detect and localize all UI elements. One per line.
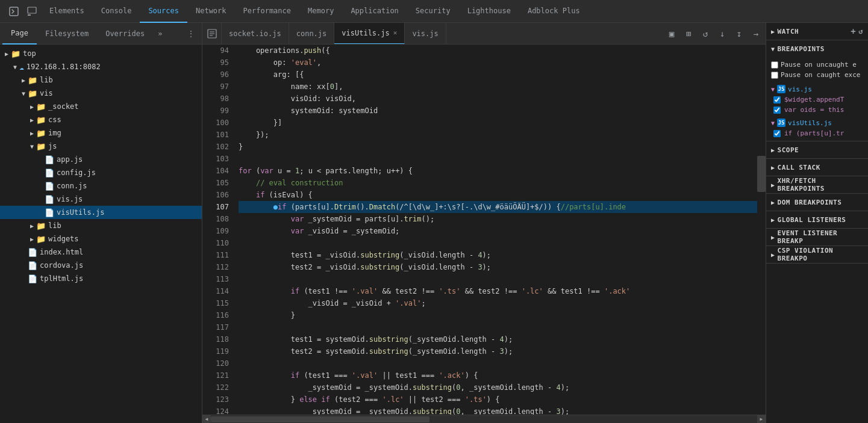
line-number-120[interactable]: 120: [202, 357, 229, 369]
refresh-btn[interactable]: ↺: [698, 26, 713, 41]
code-editor[interactable]: 9495969798991001011021031041051061071081…: [202, 45, 766, 415]
line-number-94[interactable]: 94: [202, 45, 229, 57]
tree-item-widgets[interactable]: ▶ 📁 widgets: [0, 232, 202, 245]
hscroll-track[interactable]: [211, 416, 757, 422]
callstack-header[interactable]: ▶ Call Stack: [766, 159, 868, 176]
line-number-113[interactable]: 113: [202, 273, 229, 285]
tab-security[interactable]: Security: [407, 0, 459, 23]
tab-adblock[interactable]: Adblock Plus: [519, 0, 589, 23]
vertical-scrollbar[interactable]: [757, 45, 766, 415]
bp-caught-checkbox[interactable]: [771, 72, 778, 79]
close-tab-visutils[interactable]: ✕: [393, 29, 398, 37]
file-tab-conn[interactable]: conn.js: [289, 23, 335, 45]
line-number-102[interactable]: 102: [202, 141, 229, 153]
tree-item-indexhtml[interactable]: ▶ 📄 index.html: [0, 245, 202, 259]
tab-sources[interactable]: Sources: [140, 0, 187, 23]
line-number-109[interactable]: 109: [202, 225, 229, 237]
hscroll-left-btn[interactable]: ◀: [202, 415, 211, 424]
tab-page[interactable]: Page: [2, 23, 37, 45]
sub-tab-menu-button[interactable]: ⋮: [183, 29, 199, 38]
tree-item-vis[interactable]: ▼ 📁 vis: [0, 87, 202, 100]
tree-item-img[interactable]: ▶ 📁 img: [0, 126, 202, 140]
tab-network[interactable]: Network: [187, 0, 235, 23]
tree-item-visjs[interactable]: ▶ 📄 vis.js: [0, 193, 202, 206]
code-line-109[interactable]: var _visOid = _systemOid;: [239, 225, 757, 237]
code-line-99[interactable]: systemOid: systemOid: [239, 105, 757, 117]
code-line-110[interactable]: [239, 237, 757, 249]
line-number-111[interactable]: 111: [202, 249, 229, 261]
file-tab-socketio[interactable]: socket.io.js: [222, 23, 289, 45]
tree-item-appjs[interactable]: ▶ 📄 app.js: [0, 153, 202, 166]
code-line-112[interactable]: test2 = _visOid.substring(_visOid.length…: [239, 261, 757, 273]
global-header[interactable]: ▶ Global Listeners: [766, 211, 868, 228]
code-line-97[interactable]: name: xx[0],: [239, 81, 757, 93]
xhr-header[interactable]: ▶ XHR/fetch Breakpoints: [766, 176, 868, 193]
code-line-118[interactable]: test1 = systemOid.substring(_systemOid.l…: [239, 333, 757, 345]
tab-console[interactable]: Console: [93, 0, 140, 23]
code-line-114[interactable]: if (test1 !== '.val' && test2 !== '.ts' …: [239, 285, 757, 297]
line-number-112[interactable]: 112: [202, 261, 229, 273]
tree-item-css[interactable]: ▶ 📁 css: [0, 113, 202, 126]
step-into-btn[interactable]: ↧: [732, 26, 746, 41]
line-number-108[interactable]: 108: [202, 213, 229, 225]
tree-item-socket[interactable]: ▶ 📁 _socket: [0, 100, 202, 113]
bp-visjs-cond1-check[interactable]: [773, 96, 781, 103]
code-line-120[interactable]: [239, 357, 757, 369]
code-line-106[interactable]: if (isEval) {: [239, 189, 757, 201]
line-number-119[interactable]: 119: [202, 345, 229, 357]
line-number-105[interactable]: 105: [202, 177, 229, 189]
inspect-icon[interactable]: [23, 0, 41, 23]
horizontal-scrollbar[interactable]: ◀ ▶: [202, 415, 766, 423]
line-number-95[interactable]: 95: [202, 57, 229, 69]
code-line-122[interactable]: _systemOid = _systemOid.substring(0, _sy…: [239, 381, 757, 394]
tree-item-configjs[interactable]: ▶ 📄 config.js: [0, 166, 202, 179]
code-line-111[interactable]: test1 = _visOid.substring(_visOid.length…: [239, 249, 757, 261]
code-line-96[interactable]: arg: [{: [239, 69, 757, 81]
code-line-124[interactable]: _systemOid = _systemOid.substring(0, _sy…: [239, 406, 757, 415]
line-number-123[interactable]: 123: [202, 394, 229, 406]
line-number-116[interactable]: 116: [202, 309, 229, 321]
line-number-101[interactable]: 101: [202, 129, 229, 141]
line-number-96[interactable]: 96: [202, 69, 229, 81]
line-number-110[interactable]: 110: [202, 237, 229, 249]
more-tabs-button[interactable]: »: [153, 29, 167, 38]
step-out-btn[interactable]: →: [749, 26, 763, 41]
event-header[interactable]: ▶ Event Listener Breakp: [766, 229, 868, 245]
devtools-icon[interactable]: [5, 0, 23, 23]
tree-item-lib1[interactable]: ▶ 📁 lib: [0, 73, 202, 87]
line-number-97[interactable]: 97: [202, 81, 229, 93]
csp-header[interactable]: ▶ CSP Violation Breakpo: [766, 246, 868, 263]
code-line-101[interactable]: });: [239, 129, 757, 141]
line-number-114[interactable]: 114: [202, 285, 229, 297]
line-number-103[interactable]: 103: [202, 153, 229, 165]
tab-memory[interactable]: Memory: [299, 0, 342, 23]
line-number-115[interactable]: 115: [202, 297, 229, 309]
tab-overrides[interactable]: Overrides: [97, 23, 153, 45]
code-line-94[interactable]: operations.push({: [239, 45, 757, 57]
code-line-116[interactable]: }: [239, 309, 757, 321]
line-number-100[interactable]: 100: [202, 117, 229, 129]
tree-item-cordovajs[interactable]: ▶ 📄 cordova.js: [0, 259, 202, 272]
line-number-124[interactable]: 124: [202, 406, 229, 415]
file-tab-visutils[interactable]: visUtils.js ✕: [334, 23, 405, 45]
tree-item-lib2[interactable]: ▶ 📁 lib: [0, 219, 202, 232]
code-line-107[interactable]: ●if (parts[u].Dtrim().Dmatch(/^[\d\w_]+:…: [239, 201, 757, 213]
dom-header[interactable]: ▶ DOM Breakpoints: [766, 194, 868, 211]
tab-performance[interactable]: Performance: [235, 0, 299, 23]
hscroll-thumb[interactable]: [211, 416, 429, 422]
tree-item-tplhtmljs[interactable]: ▶ 📄 tplHtml.js: [0, 272, 202, 285]
watch-refresh-icon[interactable]: ↺: [858, 27, 863, 36]
scope-header[interactable]: ▶ Scope: [766, 141, 868, 158]
code-line-119[interactable]: test2 = systemOid.substring(_systemOid.l…: [239, 345, 757, 357]
tree-item-host[interactable]: ▼ ☁ 192.168.1.81:8082: [0, 60, 202, 73]
code-content[interactable]: operations.push({ op: 'eval', arg: [{ na…: [234, 45, 757, 415]
code-line-103[interactable]: [239, 153, 757, 165]
code-line-105[interactable]: // eval construction: [239, 177, 757, 189]
code-line-113[interactable]: [239, 273, 757, 285]
line-number-99[interactable]: 99: [202, 105, 229, 117]
tree-item-top[interactable]: ▶ 📁 top: [0, 47, 202, 60]
code-line-102[interactable]: }: [239, 141, 757, 153]
line-number-104[interactable]: 104: [202, 165, 229, 177]
bp-visjs-cond2-check[interactable]: [773, 107, 781, 114]
split-view-btn[interactable]: ⊞: [681, 26, 696, 41]
